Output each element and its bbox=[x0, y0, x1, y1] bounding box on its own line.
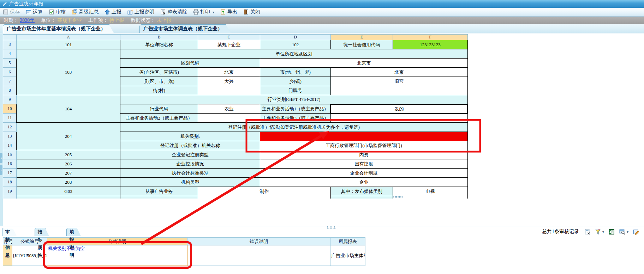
col-header-b[interactable]: B bbox=[120, 35, 198, 40]
row-header-19[interactable]: 19 bbox=[3, 187, 17, 196]
row-header-10[interactable]: 10 bbox=[3, 104, 17, 114]
cell-bc18[interactable]: 机构类型 bbox=[120, 178, 260, 187]
cell-bc13-agency-level-label[interactable]: 机关级别: bbox=[120, 132, 260, 141]
period-link[interactable]: 2020年 bbox=[20, 17, 35, 24]
row-header-6[interactable]: 6 bbox=[3, 68, 17, 77]
cell-f20-partial[interactable] bbox=[393, 196, 468, 199]
export-excel-button[interactable] bbox=[609, 229, 615, 235]
cell-bf12-registration-title[interactable]: 登记注册（或批准）情况(如登记注册或批准机关为多个，请复选) bbox=[120, 123, 468, 132]
cell-a3[interactable]: 101 bbox=[17, 40, 120, 49]
cell-bc16[interactable]: 企业控股情况 bbox=[120, 159, 260, 169]
collapse-left-button[interactable]: ‹ bbox=[0, 153, 2, 163]
cell-a9[interactable]: 104 bbox=[17, 95, 120, 123]
edit-record-button[interactable] bbox=[633, 229, 639, 235]
cell-e20-partial[interactable] bbox=[331, 196, 393, 199]
audit-col-header-report[interactable]: 所属报表 bbox=[330, 238, 365, 245]
cell-c6-province[interactable]: 北京 bbox=[198, 68, 260, 77]
cell-bf4-location-title[interactable]: 单位所在地及区划 bbox=[120, 49, 468, 59]
tab-indicator-attrs[interactable]: 指标属性 bbox=[35, 228, 46, 236]
cell-a4[interactable]: 103 bbox=[17, 49, 120, 95]
col-header-d[interactable]: D bbox=[260, 35, 331, 40]
cell-df17-accounting-standard[interactable]: 企业会计制度 bbox=[260, 169, 468, 178]
cell-f3-credit-code[interactable]: 123123123 bbox=[393, 40, 468, 49]
cell-d7[interactable]: 乡(镇) bbox=[260, 77, 331, 86]
tab-survey-sheet[interactable]: 广告业市场主体调查表（规下企业） bbox=[139, 24, 226, 33]
audit-col-header-formula-desc[interactable]: 公式说明 bbox=[47, 238, 187, 245]
cell-df15-registration-type[interactable]: 内资 bbox=[260, 150, 468, 159]
sheet-splitter-grip[interactable] bbox=[393, 196, 402, 199]
row-header-13[interactable]: 13 bbox=[3, 132, 17, 141]
cell-a15[interactable]: 205 bbox=[17, 150, 120, 159]
clear-table-button[interactable]: 整表清除 bbox=[160, 9, 187, 15]
expand-left-button[interactable]: › bbox=[0, 165, 2, 175]
row-header-20-partial[interactable] bbox=[3, 196, 17, 199]
audit-button[interactable]: 审核 bbox=[49, 9, 66, 15]
audit-formula-desc[interactable]: 机关级别不能为空 bbox=[47, 245, 187, 266]
preview-button[interactable]: ▾ bbox=[619, 229, 628, 235]
cell-cd20-partial[interactable] bbox=[198, 196, 331, 199]
row-header-18[interactable]: 18 bbox=[3, 178, 17, 187]
cell-df5-city[interactable]: 北京市 bbox=[260, 59, 468, 68]
cell-c3-unit-name[interactable]: 某规下企业 bbox=[198, 40, 260, 49]
row-header-4[interactable]: 4 bbox=[3, 49, 17, 59]
cell-ef6-city-value[interactable]: 北京 bbox=[331, 68, 468, 77]
cell-b6[interactable]: 省(自治区、直辖市) bbox=[120, 68, 198, 77]
cell-d6[interactable]: 市(地、州、盟) bbox=[260, 68, 331, 77]
row-header-12[interactable]: 12 bbox=[3, 123, 17, 132]
export-button[interactable]: 导出 bbox=[220, 9, 237, 15]
tab-fill-notes[interactable]: 填报说明 bbox=[66, 228, 77, 236]
cell-a20-partial[interactable] bbox=[17, 196, 120, 199]
cell-e19[interactable]: 其中：发布媒体类别 bbox=[331, 187, 393, 196]
print-dropdown-caret[interactable]: ▾ bbox=[213, 10, 214, 14]
audit-report-name[interactable]: 广告业市场主体年 bbox=[330, 245, 365, 266]
cell-bc14[interactable]: 登记注册（或批准）机关名称 bbox=[120, 141, 260, 150]
cell-bc17[interactable]: 执行会计标准类别 bbox=[120, 169, 260, 178]
cell-ef8-house-number[interactable] bbox=[331, 86, 468, 95]
cell-b3[interactable]: 单位详细名称 bbox=[120, 40, 198, 49]
audit-col-header-error-desc[interactable]: 错误说明 bbox=[187, 238, 330, 245]
cell-a16[interactable]: 206 bbox=[17, 159, 120, 169]
cell-b19[interactable]: 从事广告业务 bbox=[120, 187, 198, 196]
row-header-5[interactable]: 5 bbox=[3, 59, 17, 68]
compute-button[interactable]: 运算 bbox=[26, 9, 43, 15]
preview-dropdown-caret[interactable]: ▾ bbox=[627, 230, 628, 234]
cell-e3[interactable]: 统一社会信用代码 bbox=[331, 40, 393, 49]
cell-bc5[interactable]: 区划代码 bbox=[120, 59, 260, 68]
cell-c11-activity2[interactable] bbox=[198, 114, 260, 123]
cell-b10[interactable]: 行业代码 bbox=[120, 104, 198, 114]
row-header-11[interactable]: 11 bbox=[3, 114, 17, 123]
cell-a17[interactable]: 207 bbox=[17, 169, 120, 178]
col-header-a[interactable]: A bbox=[17, 35, 120, 40]
cell-c7-county[interactable]: 大兴 bbox=[198, 77, 260, 86]
cell-ef7-town[interactable]: 旧宫 bbox=[331, 77, 468, 86]
cell-cd19-ad-business[interactable]: 制作 bbox=[198, 187, 331, 196]
cell-b7[interactable]: 县(区、市、旗) bbox=[120, 77, 198, 86]
panel-splitter-grip[interactable] bbox=[327, 226, 336, 229]
close-button[interactable]: 关闭 bbox=[243, 9, 260, 15]
tab-audit-info[interactable]: 审核信息 bbox=[2, 228, 13, 236]
cell-c8-street[interactable] bbox=[198, 86, 260, 95]
cell-df18-org-type[interactable]: 企业 bbox=[260, 178, 468, 187]
col-header-c[interactable]: C bbox=[198, 35, 260, 40]
cell-d3[interactable]: 102 bbox=[260, 40, 331, 49]
cell-a12[interactable]: 204 bbox=[17, 123, 120, 150]
cell-d10[interactable]: 主要和业务活动1（或主要产品） bbox=[260, 104, 331, 114]
row-header-8[interactable]: 8 bbox=[3, 86, 17, 95]
col-header-f[interactable]: F bbox=[393, 35, 468, 40]
cell-b20-partial[interactable] bbox=[120, 196, 198, 199]
cell-f19-media-type[interactable]: 电视 bbox=[393, 187, 468, 196]
row-header-17[interactable]: 17 bbox=[3, 169, 17, 178]
row-header-7[interactable]: 7 bbox=[3, 77, 17, 86]
cell-a18[interactable]: 208 bbox=[17, 178, 120, 187]
audit-error-desc[interactable] bbox=[187, 245, 330, 266]
submit-button[interactable]: 上报 bbox=[105, 9, 121, 15]
cell-a19[interactable]: G03 bbox=[17, 187, 120, 196]
submit-note-button[interactable]: 上报说明 bbox=[127, 9, 154, 15]
filter-dropdown-caret[interactable]: ▾ bbox=[602, 230, 604, 234]
col-header-e[interactable]: E bbox=[331, 35, 393, 40]
save-button[interactable]: 保存 bbox=[3, 9, 20, 15]
cell-b11[interactable]: 主要和业务活动2（或主要产品） bbox=[120, 114, 198, 123]
clear-records-button[interactable] bbox=[584, 229, 590, 235]
cell-ef11-activity3[interactable] bbox=[331, 114, 468, 123]
cell-bf9-industry-title[interactable]: 行业类别(GB/T 4754-2017) bbox=[120, 95, 468, 104]
